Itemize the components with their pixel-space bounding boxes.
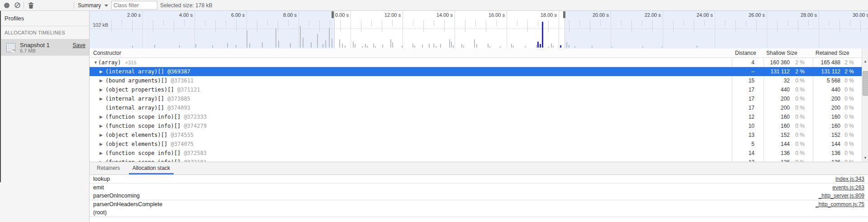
collapse-arrow-icon[interactable]: ▶ [100, 140, 103, 149]
collapse-arrow-icon[interactable]: ▶ [100, 76, 103, 85]
minor-tick [236, 20, 237, 32]
perspective-select[interactable]: Summary [78, 2, 101, 9]
class-filter-input[interactable] [111, 1, 157, 10]
table-row[interactable]: ▶(object elements)[] @374555131520 %1520… [90, 130, 862, 140]
stack-frame-row[interactable]: emitevents.js:263 [90, 183, 868, 192]
collapse-arrow-icon[interactable]: ▶ [100, 94, 103, 103]
allocation-bar [642, 46, 643, 48]
collapse-arrow-icon[interactable]: ▶ [100, 149, 103, 158]
collapse-arrow-icon[interactable]: ▶ [100, 112, 103, 121]
table-row[interactable]: ▼(array)×3154160 3602 %165 4882 % [90, 58, 862, 67]
scrollbar-thumb[interactable] [863, 71, 868, 96]
table-row[interactable]: ▶(object properties)[] @371121174400 %44… [90, 85, 862, 94]
stack-frame-row[interactable]: (root) [90, 208, 868, 217]
allocation-bar [453, 45, 454, 48]
retained-size-value: 136 [831, 158, 840, 162]
allocation-bar [449, 39, 450, 48]
scroll-down-icon[interactable]: ▼ [862, 155, 868, 161]
allocation-bar [474, 39, 475, 48]
minor-tick [860, 20, 861, 32]
collapse-arrow-icon[interactable]: ▶ [100, 85, 103, 94]
object-id: @369387 [164, 68, 190, 75]
ruler-label: 30.00 s [833, 12, 868, 18]
shallow-size-percent: 0 % [795, 130, 805, 140]
retained-size-value: 165 488 [821, 58, 840, 67]
constructor-name: (function scope info)[] @372583 [105, 149, 207, 158]
collapse-arrow-icon[interactable]: ▶ [100, 158, 103, 162]
allocation-bar [249, 43, 250, 48]
table-row[interactable]: ▶(function scope info)[] @372333121600 %… [90, 112, 862, 121]
tab-allocation-stack[interactable]: Allocation stack [129, 162, 174, 174]
allocation-bar [329, 28, 330, 48]
distance-value: 5 [751, 140, 754, 149]
table-row[interactable]: (internal array)[] @374093172000 %2000 % [90, 103, 862, 112]
constructor-name: (internal array)[] @369387 [105, 67, 190, 76]
time-gridline [559, 11, 559, 48]
stack-function-name: emit [93, 183, 104, 192]
selection-handle-right[interactable] [563, 11, 565, 18]
shallow-size-percent: 2 % [795, 58, 805, 67]
retained-size-value: 144 [831, 140, 840, 149]
stack-frame-row[interactable]: parserOnHeadersComplete_http_common.js:7… [90, 200, 868, 209]
allocation-bar [390, 39, 391, 48]
minor-tick [101, 20, 101, 26]
record-icon[interactable] [4, 3, 9, 8]
scroll-up-icon[interactable]: ▲ [862, 58, 868, 64]
shallow-size-percent: 0 % [795, 112, 805, 121]
table-row[interactable]: ▶(object elements)[] @37407551440 %1440 … [90, 140, 862, 149]
minor-tick [111, 20, 112, 32]
shallow-size-percent: 0 % [795, 103, 805, 112]
stack-frame-row[interactable]: lookupindex.js:343 [90, 175, 868, 183]
source-location-link[interactable]: index.js:343 [835, 175, 864, 183]
time-gridline [507, 11, 507, 48]
collapse-arrow-icon[interactable]: ▶ [100, 130, 103, 140]
column-header-retained-size[interactable]: Retained Size [816, 50, 849, 56]
allocation-bar [290, 43, 291, 48]
expand-arrow-icon[interactable]: ▼ [94, 58, 98, 67]
selection-handle-left[interactable] [332, 11, 334, 18]
allocation-bar [247, 30, 247, 48]
trash-icon[interactable] [28, 2, 34, 9]
stack-frame-row[interactable]: parserOnIncoming_http_server.js:809 [90, 192, 868, 200]
allocation-bar [303, 38, 304, 48]
allocation-bar [592, 46, 593, 48]
selected-size-label: Selected size: 178 kB [160, 2, 212, 9]
clear-icon[interactable] [14, 2, 20, 8]
shallow-size-value: 160 360 [770, 58, 790, 67]
minor-tick [808, 20, 809, 26]
table-row[interactable]: ▶(function scope info)[] @372583141360 %… [90, 149, 862, 158]
collapse-arrow-icon[interactable]: ▶ [100, 67, 103, 76]
distance-value: 12 [749, 112, 754, 121]
table-row[interactable]: ▶(internal array)[] @369387–131 1122 %13… [90, 67, 862, 76]
column-header-constructor[interactable]: Constructor [93, 50, 121, 56]
source-location-link[interactable]: _http_common.js:75 [816, 200, 864, 208]
distance-value: 10 [749, 121, 754, 130]
allocation-bar [353, 42, 354, 48]
minor-tick [777, 20, 778, 32]
tab-retainers[interactable]: Retainers [93, 162, 123, 174]
shallow-size-percent: 0 % [795, 140, 805, 149]
allocation-timelines-header: ALLOCATION TIMELINES [5, 30, 65, 35]
allocation-bar [661, 47, 662, 48]
minor-tick [538, 20, 538, 26]
table-row[interactable]: ▶(function scope info)[] @372101131360 %… [90, 158, 862, 162]
sidebar-divider [0, 26, 89, 26]
devtools-memory-panel: Summary Selected size: 178 kB Profiles A… [0, 0, 868, 222]
column-header-shallow-size[interactable]: Shallow Size [766, 50, 797, 56]
table-row[interactable]: ▶(function scope info)[] @374279101600 %… [90, 121, 862, 130]
constructor-name: (array)×315 [98, 58, 136, 67]
grid-scrollbar[interactable]: ▲ ▼ [862, 48, 868, 162]
table-row[interactable]: ▶(bound arguments)[] @37361115320 %5 568… [90, 76, 862, 85]
source-location-link[interactable]: events.js:263 [832, 183, 864, 192]
collapse-arrow-icon[interactable]: ▶ [100, 121, 103, 130]
save-link[interactable]: Save [73, 42, 86, 48]
live-allocation-bar [560, 45, 561, 48]
allocation-bar [367, 46, 368, 48]
table-row[interactable]: ▶(internal array)[] @373885172000 %2000 … [90, 94, 862, 103]
retained-size-percent: 0 % [844, 76, 854, 85]
retained-size-value: 5 568 [827, 76, 840, 85]
sidebar-item-snapshot-1[interactable]: % Snapshot 1 6.7 MB Save [0, 39, 89, 56]
column-header-distance[interactable]: Distance [735, 50, 756, 56]
minor-tick [319, 20, 320, 32]
source-location-link[interactable]: _http_server.js:809 [819, 192, 864, 200]
